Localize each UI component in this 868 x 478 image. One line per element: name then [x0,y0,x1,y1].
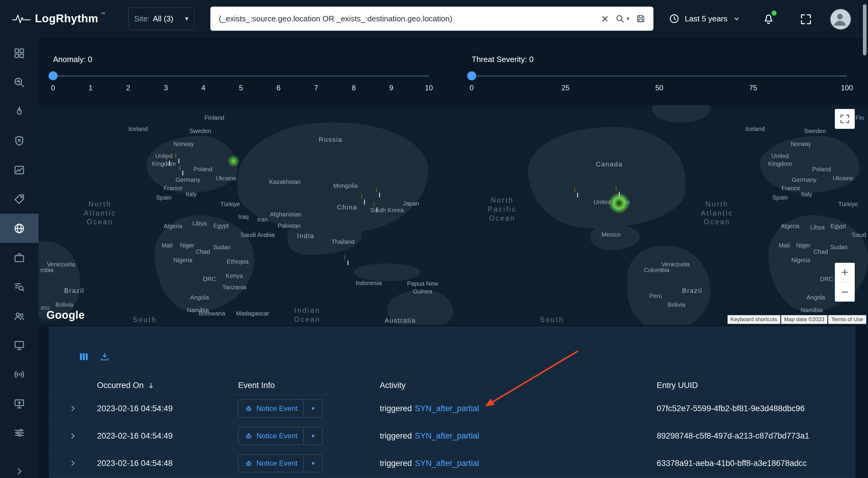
map-pin-marker[interactable] [616,186,622,197]
sidebar-item-reports[interactable] [0,155,38,184]
threat-slider-track[interactable] [472,75,847,77]
table-download-button[interactable] [99,351,110,363]
user-avatar[interactable] [830,9,851,30]
notice-event-button[interactable]: Notice Event [239,400,304,417]
fullscreen-icon [799,13,812,26]
flame-icon [13,106,25,118]
map-pin-marker[interactable] [176,153,182,164]
sidebar-item-people[interactable] [0,301,38,331]
event-actions-dropdown[interactable]: ▾ [304,454,322,472]
activity-link[interactable]: SYN_after_partial [415,431,479,440]
table-row[interactable]: 2023-02-16 04:54:49 Notice Event ▾ trigg… [49,422,855,450]
google-logo[interactable]: Google [46,309,85,321]
pin-head [344,254,345,260]
map-landmass [760,136,860,193]
map-pin-marker[interactable] [166,155,173,166]
notifications-button[interactable] [761,11,776,26]
row-expander[interactable] [49,459,97,468]
site-selector[interactable]: Site: All (3) ▾ [128,7,194,30]
tag-icon [13,193,25,205]
fullscreen-button[interactable] [799,13,812,26]
map-pin-marker[interactable] [180,165,186,175]
sidebar-item-geo-map[interactable] [0,214,38,243]
map-landmass [238,123,428,233]
activity-link[interactable]: SYN_after_partial [415,404,479,413]
slider-tick-label: 3 [164,84,167,92]
slider-tick-label: 10 [425,84,433,92]
pin-head [361,194,362,200]
table-row[interactable]: 2023-02-16 04:54:48 Notice Event ▾ trigg… [49,450,855,477]
pin-head [180,165,180,171]
slider-tick-label: 0 [51,84,55,92]
chevron-right-icon [68,431,78,440]
map-fullscreen-button[interactable] [835,109,855,129]
map-pin-marker[interactable] [344,255,351,265]
row-expander[interactable] [49,404,97,413]
search-input[interactable] [218,14,595,24]
notice-event-button[interactable]: Notice Event [239,427,304,445]
column-header-activity[interactable]: Activity [380,381,657,390]
sidebar-item-tags[interactable] [0,184,38,214]
column-header-occurred-on[interactable]: Occurred On [97,381,238,390]
notice-event-label: Notice Event [256,459,298,468]
time-range-selector[interactable]: Last 5 years [669,7,741,30]
table-row[interactable]: 2023-02-16 04:54:49 Notice Event ▾ trigg… [49,395,855,422]
map-pin-marker[interactable] [361,194,368,204]
logo-pulse-icon [12,12,31,25]
logrhythm-logo[interactable]: LogRhythm ™ [12,0,105,37]
search-options-caret-icon: ▾ [627,15,629,22]
slider-tick-label: 6 [277,84,281,92]
sidebar-item-cases[interactable] [0,243,38,272]
search-bar: × ▾ [210,7,653,31]
map-label: North Atlantic Ocean [84,200,116,227]
map-label: Finland [205,114,224,122]
map-attribution-link[interactable]: Map data ©2023 [781,315,827,324]
anomaly-slider-track[interactable] [53,75,429,77]
zoom-out-button[interactable]: − [835,282,855,302]
occurred-on-cell: 2023-02-16 04:54:49 [97,431,238,441]
sidebar-item-dashboard[interactable] [0,38,38,68]
event-actions-dropdown[interactable]: ▾ [304,427,322,445]
map-attribution-link[interactable]: Keyboard shortcuts [727,315,780,324]
anomaly-slider: Anomaly: 0 012345678910 [53,37,429,105]
sidebar-item-threats[interactable] [0,97,38,126]
event-info-cell: Notice Event ▾ [238,454,380,472]
column-header-entry-uuid[interactable]: Entry UUID [657,381,855,390]
left-nav-sidebar [0,37,38,478]
event-actions-dropdown[interactable]: ▾ [304,400,322,417]
row-expander[interactable] [49,431,97,440]
map-label: Sweden [804,127,826,135]
sidebar-item-deployment[interactable] [0,389,38,418]
page-scrollbar[interactable] [863,4,867,56]
sidebar-item-analyze[interactable] [0,68,38,97]
site-value: All (3) [153,14,173,24]
sidebar-item-settings[interactable] [0,418,38,447]
sidebar-item-network[interactable] [0,360,38,389]
slider-tick-label: 25 [561,84,569,92]
clear-search-icon[interactable]: × [601,13,609,25]
sidebar-item-hosts[interactable] [0,331,38,360]
search-submit[interactable]: ▾ [615,14,629,24]
map-pin-marker[interactable] [376,187,383,198]
activity-link[interactable]: SYN_after_partial [415,459,479,468]
map-pin-marker[interactable] [374,202,380,212]
zoom-in-button[interactable]: + [835,263,855,282]
geo-world-map[interactable]: IcelandFinlandSwedenNorwayRussiaUnited K… [38,105,868,325]
map-label: North Atlantic Ocean [701,200,733,227]
column-header-event-info[interactable]: Event Info [238,381,380,390]
event-info-cell: Notice Event ▾ [238,427,380,445]
slider-tick-label: 50 [655,84,663,92]
slider-tick-label: 7 [314,84,318,92]
map-pin-marker[interactable] [575,187,581,198]
save-search-button[interactable] [636,14,646,24]
sidebar-item-searches[interactable] [0,272,38,301]
anomaly-slider-thumb[interactable] [49,71,58,80]
map-attribution-link[interactable]: Terms of Use [828,315,866,324]
notice-event-button[interactable]: Notice Event [239,454,304,472]
map-label: North Pacific Ocean [488,196,517,223]
table-columns-button[interactable] [79,351,90,363]
pin-head [575,187,575,193]
sidebar-item-security[interactable] [0,126,38,155]
threat-slider-thumb[interactable] [467,71,476,80]
sidebar-expand-button[interactable] [0,462,38,478]
